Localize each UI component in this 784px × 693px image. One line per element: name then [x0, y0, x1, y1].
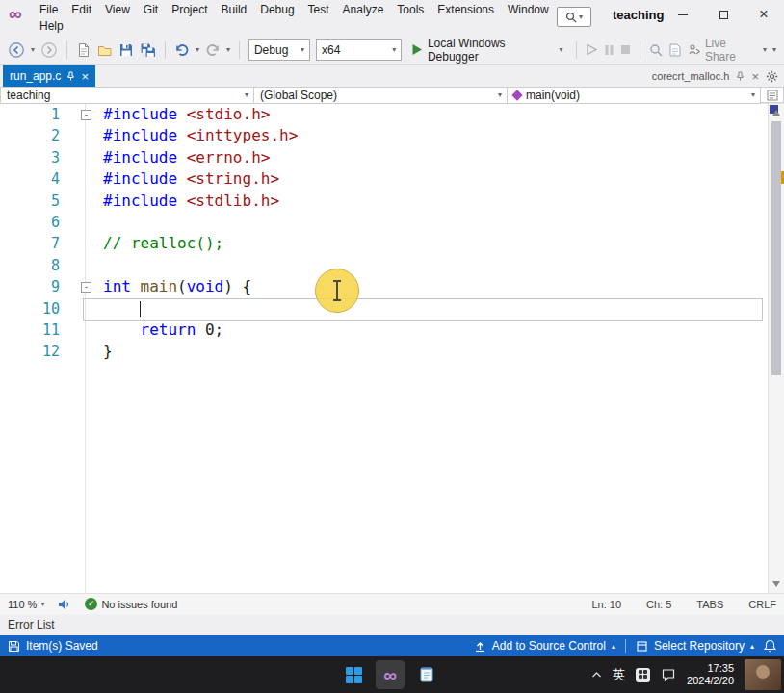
member-dropdown[interactable]: main(void) ▾ [508, 87, 761, 104]
start-without-debugging-icon[interactable] [586, 43, 598, 56]
line-indicator[interactable]: Ln: 10 [591, 599, 621, 610]
close-tab-icon[interactable]: × [81, 70, 89, 83]
code-line-5[interactable]: 5#include <stdlib.h> [0, 191, 784, 212]
save-icon[interactable] [118, 42, 134, 58]
zoom-dropdown[interactable]: 110 % ▾ [8, 599, 44, 610]
line-number: 7 [0, 233, 69, 254]
solution-explorer-icon[interactable] [668, 42, 682, 57]
code-line-6[interactable]: 6 [0, 212, 784, 233]
pin-icon[interactable] [66, 71, 75, 81]
scope-dropdown[interactable]: (Global Scope) ▾ [254, 87, 508, 104]
menu-item-file[interactable]: File [33, 2, 65, 18]
menu-item-help[interactable]: Help [33, 18, 70, 35]
chevron-up-icon[interactable] [591, 671, 602, 679]
close-button[interactable]: × [744, 0, 784, 29]
run-label: Local Windows Debugger [428, 37, 555, 64]
ime-icon[interactable] [636, 668, 650, 682]
menu-item-extensions[interactable]: Extensions [431, 2, 501, 18]
navigate-back-dropdown-icon[interactable]: ▾ [31, 46, 35, 54]
fold-collapse-icon[interactable]: - [81, 110, 91, 120]
code-line-7[interactable]: 7// realloc(); [0, 233, 784, 254]
find-in-files-icon[interactable] [649, 43, 663, 57]
code-line-4[interactable]: 4#include <string.h> [0, 168, 784, 190]
navigate-forward-icon[interactable] [40, 41, 58, 59]
menu-item-git[interactable]: Git [137, 2, 165, 18]
break-all-icon [604, 44, 614, 56]
taskbar-notepad-icon[interactable] [412, 660, 441, 689]
line-number: 8 [0, 255, 69, 276]
minimize-button[interactable] [663, 0, 703, 29]
document-outline-icon[interactable] [761, 87, 784, 103]
menu-item-analyze[interactable]: Analyze [336, 2, 391, 18]
visual-studio-icon: ∞ [383, 666, 397, 684]
menu-item-build[interactable]: Build [215, 2, 254, 18]
notifications-bell-icon[interactable] [764, 639, 776, 653]
code-editor[interactable]: 1-#include <stdio.h>2#include <inttypes.… [0, 104, 784, 593]
select-repository-button[interactable]: Select Repository ▴ [636, 639, 754, 653]
search-box[interactable]: ▾ [557, 7, 591, 27]
code-line-9[interactable]: 9-int main(void) { [0, 276, 784, 297]
scroll-down-arrow-icon[interactable] [772, 581, 780, 587]
vertical-scrollbar[interactable] [768, 104, 784, 593]
text-cursor-icon [336, 282, 338, 299]
minimize-icon [678, 14, 688, 15]
indent-indicator[interactable]: TABS [696, 599, 723, 610]
error-list-panel-tab[interactable]: Error List [0, 614, 784, 635]
chat-icon[interactable] [661, 667, 676, 682]
language-indicator[interactable]: 英 [613, 666, 625, 683]
project-dropdown[interactable]: teaching ▾ [0, 87, 254, 104]
code-line-12[interactable]: 12} [0, 341, 784, 362]
code-line-8[interactable]: 8 [0, 255, 784, 276]
undo-dropdown-icon[interactable]: ▾ [196, 46, 199, 54]
tab-run-app-c[interactable]: run_app.c × [3, 65, 95, 87]
code-line-11[interactable]: 11 return 0; [0, 320, 784, 341]
scrollbar-thumb[interactable] [771, 121, 781, 375]
read-aloud-button[interactable] [58, 599, 71, 610]
issues-status[interactable]: ✓ No issues found [85, 598, 177, 610]
undo-icon[interactable] [174, 42, 190, 58]
menu-item-window[interactable]: Window [501, 2, 556, 18]
redo-dropdown-icon[interactable]: ▾ [226, 46, 230, 54]
taskbar-clock[interactable]: 17:35 2024/2/20 [687, 662, 734, 687]
navigate-back-icon[interactable] [8, 41, 25, 59]
code-line-10[interactable]: 10 [0, 298, 784, 320]
live-share-button[interactable]: Live Share ▾ [688, 37, 767, 64]
eol-indicator[interactable]: CRLF [748, 599, 776, 610]
code-line-1[interactable]: 1-#include <stdio.h> [0, 104, 784, 125]
column-indicator[interactable]: Ch: 5 [646, 599, 671, 610]
pin-icon[interactable] [736, 71, 745, 81]
menu-item-test[interactable]: Test [301, 2, 336, 18]
start-button[interactable] [339, 660, 368, 689]
chevron-down-icon: ▾ [245, 91, 248, 99]
menu-item-edit[interactable]: Edit [65, 2, 98, 18]
save-all-icon[interactable] [140, 42, 156, 58]
gear-icon[interactable] [766, 70, 778, 83]
tab-label: run_app.c [10, 69, 61, 83]
toolbar-separator [640, 41, 640, 59]
close-tab-icon[interactable]: × [751, 70, 759, 83]
add-to-source-control-button[interactable]: Add to Source Control ▴ [474, 639, 615, 653]
menu-item-project[interactable]: Project [165, 2, 214, 18]
scroll-up-arrow-icon[interactable] [772, 110, 780, 116]
tab-corecrt-malloc-h[interactable]: corecrt_malloc.h [652, 70, 730, 82]
title-bar: ∞ FileEditViewGitProjectBuildDebugTestAn… [0, 0, 784, 35]
start-debugging-button[interactable]: Local Windows Debugger ▾ [407, 37, 566, 64]
configuration-value: Debug [254, 43, 288, 57]
toolbar-separator [239, 41, 240, 59]
taskbar-visual-studio-icon[interactable]: ∞ [376, 660, 405, 689]
scope-name: (Global Scope) [260, 89, 337, 102]
code-line-3[interactable]: 3#include <errno.h> [0, 147, 784, 168]
code-line-2[interactable]: 2#include <inttypes.h> [0, 125, 784, 146]
fold-collapse-icon[interactable]: - [81, 282, 91, 293]
menu-item-view[interactable]: View [98, 2, 137, 18]
solution-platforms-dropdown[interactable]: x64 ▾ [316, 39, 402, 61]
new-file-icon[interactable] [76, 42, 91, 58]
toolbar-overflow-icon[interactable]: ▾ [772, 46, 776, 54]
menu-item-tools[interactable]: Tools [390, 2, 431, 18]
redo-icon[interactable] [205, 42, 221, 58]
menu-item-debug[interactable]: Debug [253, 2, 301, 18]
restore-button[interactable] [703, 0, 744, 29]
solution-configurations-dropdown[interactable]: Debug ▾ [248, 39, 310, 61]
open-file-icon[interactable] [97, 42, 113, 58]
visual-studio-logo-icon: ∞ [9, 4, 22, 25]
